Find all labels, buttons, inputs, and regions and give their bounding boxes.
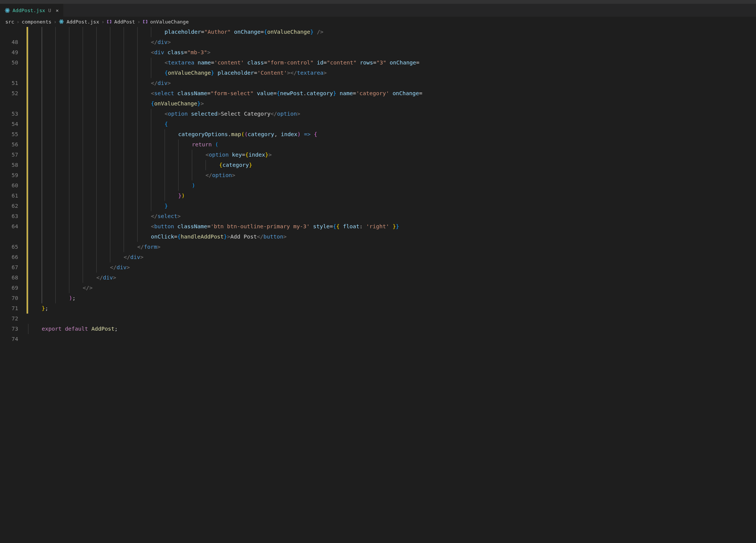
breadcrumb-sep: ›	[137, 19, 140, 25]
code-line[interactable]: </div>	[28, 273, 756, 283]
code-line[interactable]: );	[28, 293, 756, 303]
line-number	[0, 27, 18, 37]
line-number: 49	[0, 47, 18, 58]
react-icon	[5, 8, 10, 13]
code-line[interactable]: categoryOptions.map((category, index) =>…	[28, 129, 756, 140]
code-line[interactable]: }	[28, 201, 756, 211]
crumb-symbol1[interactable]: AddPost	[114, 19, 135, 25]
title-bar	[0, 0, 756, 4]
code-line[interactable]: <option selected>Select Category</option…	[28, 109, 756, 119]
line-number: 62	[0, 201, 18, 211]
code-line[interactable]: return (	[28, 140, 756, 150]
breadcrumb-sep: ›	[54, 19, 57, 25]
editor-area[interactable]: 4849505152535455565758596061626364656667…	[0, 26, 756, 543]
line-number: 59	[0, 170, 18, 180]
code-line[interactable]: </div>	[28, 37, 756, 47]
line-number: 48	[0, 37, 18, 47]
crumb-src[interactable]: src	[5, 19, 14, 25]
line-number: 58	[0, 160, 18, 170]
line-number: 74	[0, 334, 18, 344]
code-line[interactable]: </>	[28, 283, 756, 293]
symbol-variable-icon	[107, 19, 112, 24]
line-number: 60	[0, 180, 18, 191]
code-line[interactable]: </select>	[28, 211, 756, 221]
code-line[interactable]: })	[28, 191, 756, 201]
line-number: 61	[0, 191, 18, 201]
code-line[interactable]	[28, 314, 756, 324]
line-number: 54	[0, 119, 18, 129]
line-number: 63	[0, 211, 18, 221]
code-line[interactable]: };	[28, 303, 756, 314]
code-content[interactable]: placeholder="Author" onChange={onValueCh…	[28, 26, 756, 543]
code-line[interactable]	[28, 334, 756, 344]
code-line[interactable]: <div class="mb-3">	[28, 47, 756, 58]
tab-bar: AddPost.jsx U ×	[0, 4, 756, 17]
line-number: 71	[0, 303, 18, 314]
breadcrumb[interactable]: src › components › AddPost.jsx › AddPost…	[0, 17, 756, 26]
symbol-variable-icon	[143, 19, 148, 24]
line-number: 53	[0, 109, 18, 119]
line-number: 65	[0, 242, 18, 252]
code-line[interactable]: {onValueChange} placeholder='Content'></…	[28, 68, 756, 78]
code-line[interactable]: </div>	[28, 262, 756, 273]
code-line[interactable]: <select className="form-select" value={n…	[28, 88, 756, 99]
code-line[interactable]: <option key={index}>	[28, 150, 756, 160]
editor-tab[interactable]: AddPost.jsx U ×	[0, 4, 63, 17]
tab-close-icon[interactable]: ×	[56, 8, 59, 13]
line-number: 72	[0, 314, 18, 324]
code-line[interactable]: placeholder="Author" onChange={onValueCh…	[28, 27, 756, 37]
line-number: 57	[0, 150, 18, 160]
line-number: 52	[0, 88, 18, 99]
line-number: 51	[0, 78, 18, 88]
line-number: 56	[0, 140, 18, 150]
code-line[interactable]: export default AddPost;	[28, 324, 756, 334]
line-number: 55	[0, 129, 18, 140]
svg-point-4	[61, 21, 62, 22]
line-number: 50	[0, 58, 18, 68]
react-icon	[59, 19, 64, 24]
breadcrumb-sep: ›	[102, 19, 105, 25]
line-number: 68	[0, 273, 18, 283]
code-line[interactable]: onClick={handleAddPost}>Add Post</button…	[28, 232, 756, 242]
code-line[interactable]: </option>	[28, 170, 756, 180]
code-line[interactable]: <button className='btn btn-outline-prima…	[28, 221, 756, 232]
line-number	[0, 232, 18, 242]
svg-point-0	[7, 10, 8, 11]
tab-filename: AddPost.jsx	[13, 8, 45, 13]
line-number	[0, 68, 18, 78]
line-number: 67	[0, 262, 18, 273]
code-line[interactable]: </div>	[28, 78, 756, 88]
line-number: 69	[0, 283, 18, 293]
code-line[interactable]: </form>	[28, 242, 756, 252]
line-number: 70	[0, 293, 18, 303]
line-number: 66	[0, 252, 18, 262]
code-line[interactable]: {category}	[28, 160, 756, 170]
line-number	[0, 99, 18, 109]
code-line[interactable]: )	[28, 180, 756, 191]
crumb-components[interactable]: components	[22, 19, 51, 25]
code-line[interactable]: <textarea name='content' class="form-con…	[28, 58, 756, 68]
code-line[interactable]: </div>	[28, 252, 756, 262]
tab-modified-marker: U	[48, 8, 51, 13]
code-line[interactable]: {	[28, 119, 756, 129]
breadcrumb-sep: ›	[16, 19, 19, 25]
crumb-file[interactable]: AddPost.jsx	[66, 19, 99, 25]
crumb-symbol2[interactable]: onValueChange	[150, 19, 189, 25]
line-number: 73	[0, 324, 18, 334]
line-number: 64	[0, 221, 18, 232]
code-line[interactable]: {onValueChange}>	[28, 99, 756, 109]
line-number-gutter: 4849505152535455565758596061626364656667…	[0, 26, 27, 543]
